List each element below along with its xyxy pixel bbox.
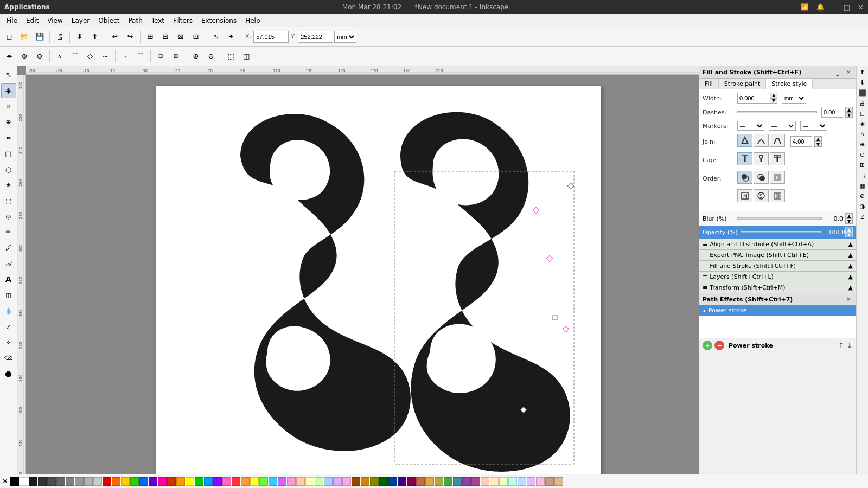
y-input[interactable] bbox=[298, 31, 333, 43]
menu-layer[interactable]: Layer bbox=[67, 16, 94, 25]
palette-color[interactable] bbox=[20, 477, 28, 486]
palette-color[interactable] bbox=[158, 477, 167, 486]
open-button[interactable]: 📂 bbox=[17, 30, 31, 44]
auto-smooth-btn[interactable]: ~ bbox=[98, 49, 112, 63]
circle-tool-btn[interactable]: ○ bbox=[1, 162, 16, 177]
palette-color[interactable] bbox=[47, 477, 56, 486]
palette-color[interactable] bbox=[315, 477, 323, 486]
pe-down-arrow[interactable]: ↓ bbox=[846, 341, 853, 350]
join-bevel-btn[interactable] bbox=[770, 134, 785, 147]
opacity-slider[interactable] bbox=[741, 231, 821, 233]
right-icon-6[interactable]: ◈ bbox=[858, 119, 867, 129]
dashes-spin-down[interactable]: ▼ bbox=[845, 112, 853, 118]
spray-tool-btn[interactable]: ⁘ bbox=[1, 335, 16, 350]
zoom-drawing-button[interactable]: ⊟ bbox=[158, 30, 173, 44]
palette-color[interactable] bbox=[287, 477, 296, 486]
palette-color[interactable] bbox=[536, 477, 545, 486]
accordion-layers-header[interactable]: ≡ Layers (Shift+Ctrl+L) ▲ bbox=[699, 272, 856, 282]
save-button[interactable]: 💾 bbox=[33, 30, 47, 44]
join-value-input[interactable] bbox=[790, 136, 812, 147]
zoom-fit-button[interactable]: ⊞ bbox=[143, 30, 157, 44]
palette-color[interactable] bbox=[453, 477, 462, 486]
path-effects-close-btn[interactable]: ✕ bbox=[844, 295, 853, 304]
right-icon-15[interactable]: ⊿ bbox=[858, 211, 867, 221]
undo-button[interactable]: ↩ bbox=[108, 30, 122, 44]
break-nodes-btn[interactable]: ⊖ bbox=[204, 49, 218, 63]
tweak-tool-btn[interactable]: ⌾ bbox=[1, 99, 16, 114]
measure-tool-btn[interactable]: ⇔ bbox=[1, 130, 16, 145]
palette-color[interactable] bbox=[84, 477, 93, 486]
palette-color[interactable] bbox=[176, 477, 185, 486]
right-icon-5[interactable]: ◻ bbox=[858, 108, 867, 118]
width-spin-up[interactable]: ▲ bbox=[770, 93, 777, 98]
width-spin-down[interactable]: ▼ bbox=[770, 98, 777, 104]
import-button[interactable]: ⬇ bbox=[73, 30, 87, 44]
node-tool-btn[interactable]: ◈ bbox=[1, 83, 16, 98]
palette-color[interactable] bbox=[388, 477, 397, 486]
palette-color[interactable] bbox=[130, 477, 139, 486]
menu-extensions[interactable]: Extensions bbox=[197, 16, 241, 25]
del-node-btn[interactable]: ⊖ bbox=[33, 49, 47, 63]
zoom-page-button[interactable]: ⊠ bbox=[174, 30, 188, 44]
palette-color[interactable] bbox=[305, 477, 314, 486]
join-nodes-btn[interactable]: ⊕ bbox=[189, 49, 203, 63]
right-icon-2[interactable]: ⬇ bbox=[858, 78, 867, 87]
pencil-tool-btn[interactable]: ✏ bbox=[1, 224, 16, 240]
close-button[interactable]: ✕ bbox=[858, 3, 864, 11]
marker-end-select[interactable]: — bbox=[800, 121, 827, 131]
corner-node-btn[interactable]: ∧ bbox=[53, 49, 67, 63]
palette-color[interactable] bbox=[444, 477, 452, 486]
palette-color[interactable] bbox=[508, 477, 517, 486]
palette-color[interactable] bbox=[241, 477, 250, 486]
zoom-select-button[interactable]: ⊡ bbox=[189, 30, 203, 44]
palette-color[interactable] bbox=[213, 477, 222, 486]
3dbox-tool-btn[interactable]: ⬚ bbox=[1, 193, 16, 208]
right-icon-12[interactable]: ▦ bbox=[858, 181, 867, 190]
palette-color[interactable] bbox=[167, 477, 176, 486]
tab-stroke-paint[interactable]: Stroke paint bbox=[719, 79, 767, 89]
marker-start-select[interactable]: — bbox=[737, 121, 764, 131]
panel-minimize-btn[interactable]: _ bbox=[833, 68, 842, 76]
palette-color[interactable] bbox=[425, 477, 434, 486]
marker-mid-select[interactable]: — bbox=[769, 121, 796, 131]
spiral-tool-btn[interactable]: ◎ bbox=[1, 209, 16, 224]
opacity-spin-down[interactable]: ▼ bbox=[845, 232, 853, 237]
palette-color[interactable] bbox=[518, 477, 526, 486]
palette-color[interactable] bbox=[462, 477, 471, 486]
palette-color[interactable] bbox=[186, 477, 194, 486]
palette-color[interactable] bbox=[204, 477, 213, 486]
star-tool-btn[interactable]: ★ bbox=[1, 177, 16, 192]
right-icon-11[interactable]: ⬚ bbox=[858, 170, 867, 180]
palette-color[interactable] bbox=[278, 477, 286, 486]
path-effects-minimize-btn[interactable]: _ bbox=[833, 295, 842, 304]
export-button[interactable]: ⬆ bbox=[88, 30, 102, 44]
menu-path[interactable]: Path bbox=[124, 16, 146, 25]
print-button[interactable]: 🖨 bbox=[53, 30, 67, 44]
menu-edit[interactable]: Edit bbox=[22, 16, 43, 25]
palette-color[interactable] bbox=[324, 477, 333, 486]
dropper-tool-btn[interactable]: 💧 bbox=[1, 303, 16, 318]
palette-color[interactable] bbox=[269, 477, 277, 486]
palette-color[interactable] bbox=[554, 477, 563, 486]
palette-color[interactable] bbox=[398, 477, 406, 486]
palette-color[interactable] bbox=[75, 477, 84, 486]
palette-color[interactable] bbox=[416, 477, 425, 486]
unit-select[interactable]: mm px pt bbox=[334, 31, 356, 43]
palette-color[interactable] bbox=[379, 477, 388, 486]
palette-color[interactable] bbox=[112, 477, 120, 486]
dashes-spin-up[interactable]: ▲ bbox=[845, 107, 853, 112]
right-icon-1[interactable]: ⬆ bbox=[858, 67, 867, 77]
palette-color[interactable] bbox=[342, 477, 351, 486]
right-icon-4[interactable]: 🖨 bbox=[858, 98, 867, 108]
right-icon-10[interactable]: ⊞ bbox=[858, 160, 867, 170]
right-icon-7[interactable]: ⌂ bbox=[858, 129, 867, 139]
node-select-btn[interactable]: ◂▸ bbox=[2, 49, 16, 63]
power-stroke-item[interactable]: ⬥ Power stroke bbox=[699, 305, 856, 316]
palette-color[interactable] bbox=[296, 477, 305, 486]
connector-tool-btn[interactable]: ⤤ bbox=[1, 319, 16, 334]
blur-slider[interactable] bbox=[737, 217, 822, 220]
palette-color[interactable] bbox=[103, 477, 111, 486]
palette-color[interactable] bbox=[481, 477, 489, 486]
order-marker-fill-stroke-btn[interactable]: M bbox=[737, 189, 752, 202]
order-fill-stroke-btn[interactable] bbox=[737, 171, 752, 184]
